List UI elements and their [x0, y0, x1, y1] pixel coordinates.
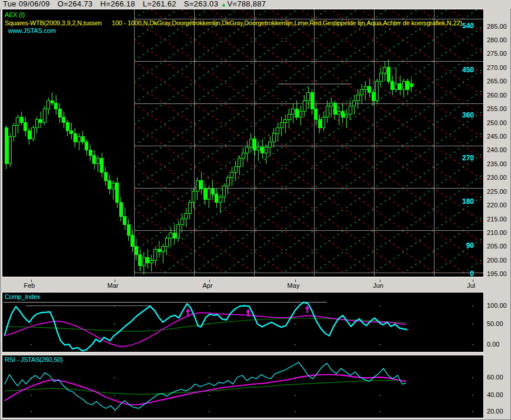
month-label: May [288, 282, 300, 289]
price-axis-label: 220.00 [487, 201, 507, 209]
price-axis-label: 270.00 [487, 64, 507, 71]
comp-index-title: Comp_Index [5, 293, 40, 300]
price-axis-label: 235.00 [487, 160, 507, 167]
price-axis-label: 200.00 [487, 257, 507, 264]
month-label: Mar [108, 282, 119, 289]
price-axis-label: 255.00 [487, 105, 507, 112]
price-axis-label: 245.00 [487, 133, 507, 140]
quote-settle: S=263.03 [184, 0, 218, 8]
comp-index-chart[interactable] [2, 293, 483, 352]
price-axis-label: 225.00 [487, 188, 507, 195]
price-axis-label: 285.00 [487, 23, 507, 30]
quote-high: H=266.18 [101, 0, 135, 8]
quote-volume: V=788,887 [227, 0, 266, 8]
rsi-axis-label: 20.00 [487, 408, 503, 415]
svg-text:270: 270 [462, 154, 474, 162]
price-axis-label: 265.00 [487, 78, 507, 85]
rsi-axis-label: 40.00 [487, 391, 503, 398]
svg-text:450: 450 [462, 66, 474, 74]
quote-date: Tue 09/06/09 [3, 0, 50, 8]
month-label: Apr [202, 282, 212, 289]
price-axis-label: 230.00 [487, 174, 507, 181]
price-axis-label: 195.00 [487, 270, 507, 277]
rsi_slow-line [5, 381, 406, 395]
comp-axis-label: 100.00 [487, 302, 507, 309]
quote-bar: Tue 09/06/09O=264.73H=266.18L=261.62S=26… [0, 0, 511, 9]
svg-text:360: 360 [462, 111, 474, 119]
indicator-name-label: Squares-WTB(2009,3,9,2,N,tussen [5, 19, 102, 26]
price-axis-label: 240.00 [487, 146, 507, 153]
price-axis-label: 210.00 [487, 229, 507, 236]
quote-low: L=261.62 [143, 0, 176, 8]
month-label: Feb [24, 282, 35, 289]
indicator-params-label: 100 - 1000,N,DkGray,Doorgetrokkenlijn,Dk… [112, 19, 462, 26]
svg-text:540: 540 [462, 22, 474, 30]
rsi-chart[interactable] [2, 355, 483, 418]
price-axis-label: 215.00 [487, 216, 507, 223]
svg-text:0: 0 [470, 270, 474, 277]
price-axis-label: 280.00 [487, 36, 507, 43]
jstas-app-window: Tue 09/06/09O=264.73H=266.18L=261.62S=26… [0, 0, 511, 420]
svg-text:90: 90 [466, 241, 475, 250]
quote-open: O=264.73 [58, 0, 93, 8]
comp_fast-line [5, 303, 407, 351]
rsi_signal-line [5, 375, 406, 405]
month-label: Jun [373, 282, 383, 289]
svg-text:180: 180 [462, 197, 474, 206]
instrument-label: AEX (I) [5, 11, 25, 18]
rsi-axis-label: 60.00 [487, 374, 503, 381]
rsi-line [5, 362, 406, 410]
watermark-label: www.JSTAS.com [8, 27, 56, 34]
month-label: Jul [467, 282, 475, 289]
price-axis-label: 275.00 [487, 50, 507, 57]
price-axis-label: 250.00 [487, 119, 507, 126]
comp-axis-label: 0.00 [487, 341, 499, 348]
candlestick-chart[interactable]: 540450360270180900 [2, 9, 483, 277]
buy-signal-arrow-icon [305, 305, 309, 313]
price-axis-label: 205.00 [487, 243, 507, 250]
rsi-title: RSI - JSTAS(260,50) [5, 356, 63, 363]
up-arrow-icon: ▲ [221, 1, 226, 8]
comp-axis-label: 50.00 [487, 320, 503, 327]
price-axis-label: 260.00 [487, 92, 507, 99]
